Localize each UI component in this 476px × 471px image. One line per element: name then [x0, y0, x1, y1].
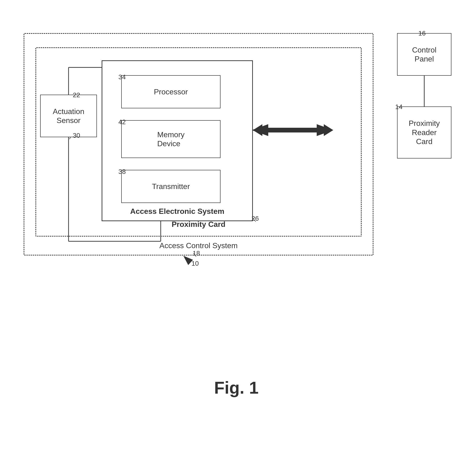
ref-38: 38: [119, 168, 126, 176]
ref-30: 30: [73, 132, 80, 139]
ref-16: 16: [418, 30, 426, 37]
transmitter-box: Transmitter: [121, 170, 221, 203]
processor-label: Processor: [154, 87, 188, 96]
aes-box: Processor 34 MemoryDevice 42 Transmitter…: [102, 60, 253, 221]
ref-34: 34: [119, 73, 126, 81]
svg-line-15: [184, 257, 190, 262]
processor-box: Processor: [121, 75, 221, 108]
proximity-reader-card-box: ProximityReaderCard: [397, 107, 451, 159]
ref-18: 18: [193, 250, 200, 257]
proximity-card-label: Proximity Card: [36, 220, 361, 229]
actuation-sensor-label: ActuationSensor: [53, 107, 84, 125]
memory-device-label: MemoryDevice: [157, 130, 185, 148]
ref-26: 26: [252, 215, 259, 222]
ref-10: 10: [191, 260, 199, 267]
ref-22: 22: [73, 91, 80, 99]
memory-device-box: MemoryDevice: [121, 120, 221, 158]
access-control-label: Access Control System: [24, 241, 373, 250]
aes-label: Access Electronic System: [102, 207, 252, 216]
proximity-reader-label: ProximityReaderCard: [409, 119, 440, 146]
fig-label: Fig. 1: [214, 378, 258, 398]
svg-marker-21: [253, 124, 333, 136]
control-panel-box: ControlPanel: [397, 33, 451, 76]
ref-42: 42: [119, 118, 126, 126]
transmitter-label: Transmitter: [152, 182, 190, 191]
ref-14: 14: [395, 103, 403, 111]
control-panel-label: ControlPanel: [412, 45, 436, 64]
actuation-sensor-box: ActuationSensor: [40, 95, 97, 137]
